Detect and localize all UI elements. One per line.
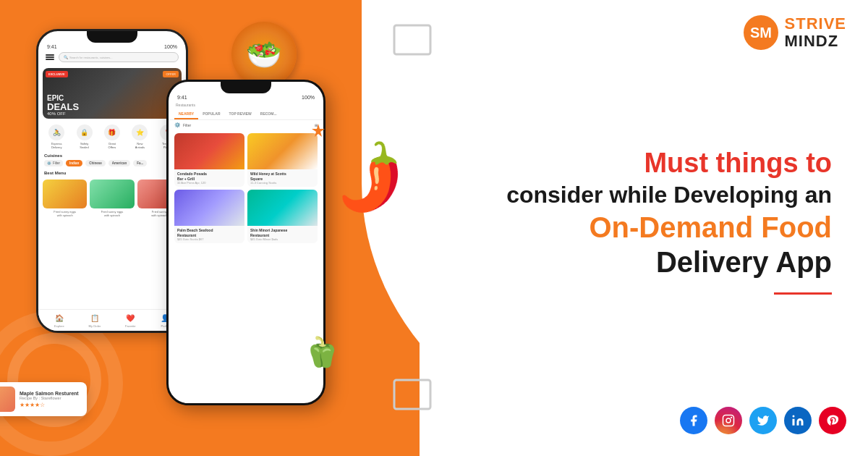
cat-safety-sealed: 🔒 SafetySealed [77,124,93,149]
filter-row: ⚙️ Filter Indian Chinese American Fa... [44,160,180,166]
explore-icon: 🏠 [54,313,64,324]
filter-left: ⚙️ Filter [174,122,191,128]
order-icon: 📋 [90,313,100,324]
headline: Must things to consider while Developing… [463,147,832,279]
rest-card-3: Palm Beach SeafoodRestaurant $45 Goto Sc… [174,190,244,243]
instagram-icon[interactable] [715,407,742,434]
rest-card-info-2: Wild Honey at ScottsSquare 11-3 Canning … [247,169,318,187]
phone2-tabs: NEARBY POPULAR TOP REVIEW RECOM... [169,109,323,120]
left-panel: 🥗 🌶️ 🫑 9:41 100% [0,0,420,456]
svg-point-7 [731,417,732,418]
filter-icon-2: ⚙️ [174,122,181,128]
food-item-1: Fried sunny eggswith spinach [43,180,87,217]
svg-rect-5 [723,415,734,426]
rest-card-img-1 [174,133,244,169]
rest-card-img-4 [247,190,318,226]
best-menu-title: Best Menu [38,169,186,177]
cuisines-section: Cuisines ⚙️ Filter Indian Chinese Americ… [38,152,186,168]
filter-icon: ⚙️ [47,161,51,165]
restaurant-name: Maple Salmon Resturent [20,391,82,396]
headline-line4: Delivery App [463,245,832,279]
food-item-2: Fried sunny eggswith spinach [90,180,134,217]
rest-card-2: Wild Honey at ScottsSquare 11-3 Canning … [247,133,318,187]
food-images-row: Fried sunny eggswith spinach Fried sunny… [38,177,186,220]
new-arrivals-icon: ⭐ [132,124,148,140]
linkedin-icon[interactable] [784,407,812,434]
rest-card-4: Shin Minori JapaneseRestaurant $45 Goto … [247,190,318,243]
restaurant-card: Maple Salmon Resturent Recipe By : Stare… [0,382,87,416]
tab-popular[interactable]: POPULAR [198,109,224,119]
phone1-search: 🔍 Search for restaurants, cuisines... [59,52,179,62]
restaurant-card-image [0,387,15,412]
accent-underline [774,292,832,295]
filter-chinese[interactable]: Chinese [85,160,106,166]
main-content: 🥗 🌶️ 🫑 9:41 100% [0,0,868,456]
filter-american[interactable]: American [109,160,131,166]
headline-line1: Must things to [463,147,832,180]
sparkle-decoration [311,123,326,138]
tab-top-review[interactable]: TOP REVIEW [225,109,256,119]
rest-card-info-1: Condado PosadaBar + Grill 32 Ave Prime A… [174,169,244,187]
great-offers-icon: 🎁 [104,124,120,140]
rest-card-img-2 [247,133,318,169]
favorite-icon: ❤️ [125,313,135,324]
headline-line3: On-Demand Food [463,210,832,245]
phone1-banner: EXCLUSIVE OFFER EPIC DEALS 40% OFF [43,68,182,119]
banner-text: EPIC DEALS 40% OFF [47,94,79,116]
phone2-screen: Restaurants NEARBY POPULAR TOP REVIEW RE… [169,100,323,246]
tab-recom[interactable]: RECOM... [256,109,281,119]
phone1-battery: 100% [164,44,177,49]
filter-indian[interactable]: Indian [66,160,82,166]
rest-card-1: Condado PosadaBar + Grill 32 Ave Prime A… [174,133,244,187]
phone-mockup-2: 9:41 100% Restaurants NEARBY POPULAR TOP… [166,80,326,405]
restaurant-stars: ★★★★☆ [20,402,82,408]
rest-card-img-3 [174,190,244,226]
restaurant-recipe: Recipe By : Stareflower [20,396,82,400]
svg-point-8 [793,415,795,418]
pinterest-icon[interactable] [819,407,846,434]
social-icons-row [680,407,846,434]
cat-express-delivery: 🚴 ExpressDelivery [48,124,64,149]
express-delivery-icon: 🚴 [48,124,64,140]
facebook-icon[interactable] [680,407,707,434]
cat-great-offers: 🎁 GreatOffers [104,124,120,149]
cat-new-arrivals: ⭐ NewArrivals [132,124,148,149]
nav-favorite[interactable]: ❤️ Favorite [125,313,135,328]
right-panel: SM STRIVE MINDZ Must things to consider … [420,0,868,456]
banner-exclusive-badge: EXCLUSIVE [46,71,68,77]
restaurant-card-info: Maple Salmon Resturent Recipe By : Stare… [20,391,82,408]
rest-card-info-3: Palm Beach SeafoodRestaurant $45 Goto Sc… [174,226,244,243]
phone1-screen: 🔍 Search for restaurants, cuisines... EX… [38,49,186,220]
food-img-1 [43,180,87,208]
phone2-header-text: Restaurants [169,100,323,109]
twitter-icon[interactable] [749,407,777,434]
lime-decoration: 🫑 [304,335,340,369]
phone1-notch [87,31,137,43]
restaurant-grid: Condado PosadaBar + Grill 32 Ave Prime A… [169,130,323,246]
phone1-bottom-nav: 🏠 Explore 📋 My Order ❤️ Favorite 👤 Profi… [38,309,186,331]
svg-point-6 [726,418,731,423]
logo-line1: STRIVE [785,15,846,33]
chili-decoration: 🌶️ [323,135,414,224]
hamburger-icon [46,54,54,60]
phone2-battery: 100% [302,95,315,100]
tab-nearby[interactable]: NEARBY [174,109,198,119]
phone2-notch [221,82,271,93]
phone2-filter-row: ⚙️ Filter ⊞ [169,120,323,130]
logo-line2: MINDZ [785,33,846,50]
svg-marker-2 [312,124,325,137]
phone-mockup-1: 9:41 100% 🔍 Search for restaurants, cuis… [36,29,188,333]
filter-more[interactable]: Fa... [133,160,147,166]
logo-text: STRIVE MINDZ [785,15,846,50]
safety-sealed-icon: 🔒 [77,124,93,140]
food-img-2 [90,180,134,208]
logo: SM STRIVE MINDZ [743,14,846,51]
phone1-time: 9:41 [47,44,57,49]
logo-icon: SM [743,14,779,51]
food-decoration: 🥗 [231,22,297,87]
filter-button[interactable]: ⚙️ Filter [44,160,63,166]
category-row: 🚴 ExpressDelivery 🔒 SafetySealed 🎁 Great… [38,122,186,152]
nav-my-order[interactable]: 📋 My Order [89,313,101,328]
nav-explore[interactable]: 🏠 Explore [54,313,64,328]
phone2-time: 9:41 [177,95,187,100]
